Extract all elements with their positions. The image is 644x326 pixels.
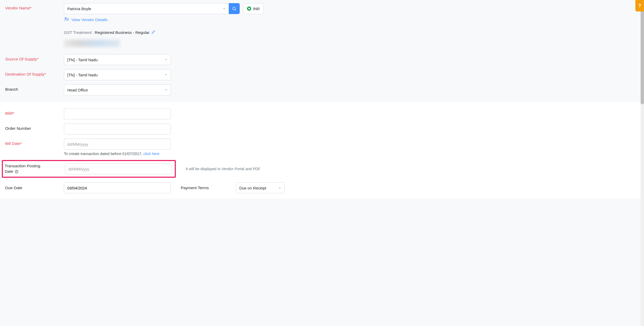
payment-terms-select[interactable]: Due on Receipt xyxy=(236,182,285,193)
svg-point-0 xyxy=(233,7,236,10)
source-supply-label: Source Of Supply* xyxy=(5,54,64,61)
bill-date-hint: To create transaction dated before 01/07… xyxy=(64,152,171,156)
vendor-search-button[interactable] xyxy=(229,3,240,14)
scrollbar-thumb[interactable] xyxy=(641,0,644,104)
help-icon-label: ? xyxy=(638,3,641,9)
search-icon xyxy=(232,6,237,11)
gst-treatment-value: Registered Business - Regular xyxy=(95,30,149,35)
currency-dot-icon xyxy=(247,7,251,11)
bill-date-input-wrap xyxy=(64,139,171,150)
gst-treatment-row: GST Treatment: Registered Business - Reg… xyxy=(64,30,264,35)
order-number-input[interactable] xyxy=(67,127,167,131)
vendor-name-select[interactable]: Patricia Boyle xyxy=(64,3,229,14)
bill-date-label: Bill Date* xyxy=(5,139,64,146)
due-date-input-wrap xyxy=(64,182,171,193)
bill-number-label: Bill#* xyxy=(5,108,64,116)
branch-select[interactable]: Head Office xyxy=(64,84,171,95)
payment-terms-label: Payment Terms xyxy=(181,186,209,190)
chevron-down-icon xyxy=(165,73,167,77)
currency-label: INR xyxy=(253,7,260,11)
payment-terms-value: Due on Receipt xyxy=(239,186,266,190)
bill-number-input-wrap xyxy=(64,108,171,119)
scrollbar-track xyxy=(641,0,644,199)
posting-date-input-wrap xyxy=(65,163,172,174)
currency-button[interactable]: INR xyxy=(243,3,264,14)
transaction-posting-highlight: Transaction Posting Date xyxy=(2,160,176,178)
bill-number-input[interactable] xyxy=(67,112,167,116)
info-icon[interactable] xyxy=(15,170,19,174)
vendor-name-label: Vendor Name* xyxy=(5,3,64,10)
svg-point-2 xyxy=(65,17,66,19)
destination-supply-value: [TN] - Tamil Nadu xyxy=(67,73,98,77)
order-number-label: Order Number xyxy=(5,124,64,131)
view-vendor-details-link[interactable]: View Vendor Details xyxy=(64,17,264,23)
chevron-down-icon xyxy=(165,58,167,62)
posting-date-label: Transaction Posting Date xyxy=(5,163,65,174)
vendor-name-value: Patricia Boyle xyxy=(67,7,91,11)
due-date-input[interactable] xyxy=(67,186,167,190)
branch-value: Head Office xyxy=(67,88,88,92)
view-vendor-details-label: View Vendor Details xyxy=(71,17,107,22)
edit-gst-button[interactable] xyxy=(152,30,155,35)
bill-date-input[interactable] xyxy=(67,142,167,146)
branch-label: Branch xyxy=(5,84,64,92)
posting-date-hint: It will be displayed in Vendor Portal an… xyxy=(186,167,260,171)
source-supply-select[interactable]: [TN] - Tamil Nadu xyxy=(64,54,171,65)
svg-line-1 xyxy=(235,9,236,10)
destination-supply-label: Destination Of Supply* xyxy=(5,69,64,77)
help-button[interactable]: ? xyxy=(635,0,644,11)
chevron-down-icon xyxy=(278,186,281,190)
svg-point-8 xyxy=(16,171,17,171)
posting-date-label-line2: Date xyxy=(5,169,13,174)
blurred-private-info xyxy=(64,40,120,47)
gst-treatment-label: GST Treatment: xyxy=(64,30,93,35)
order-number-input-wrap xyxy=(64,124,171,134)
bill-date-hint-text: To create transaction dated before 01/07… xyxy=(64,152,143,156)
bill-date-hint-link[interactable]: click here xyxy=(143,152,159,156)
posting-date-label-line1: Transaction Posting xyxy=(5,164,40,168)
destination-supply-select[interactable]: [TN] - Tamil Nadu xyxy=(64,69,171,80)
source-supply-value: [TN] - Tamil Nadu xyxy=(67,58,98,62)
due-date-label: Due Date xyxy=(5,186,64,190)
chevron-down-icon xyxy=(223,7,226,11)
chevron-down-icon xyxy=(165,88,167,92)
posting-date-input[interactable] xyxy=(68,167,168,171)
user-details-icon xyxy=(64,17,69,23)
